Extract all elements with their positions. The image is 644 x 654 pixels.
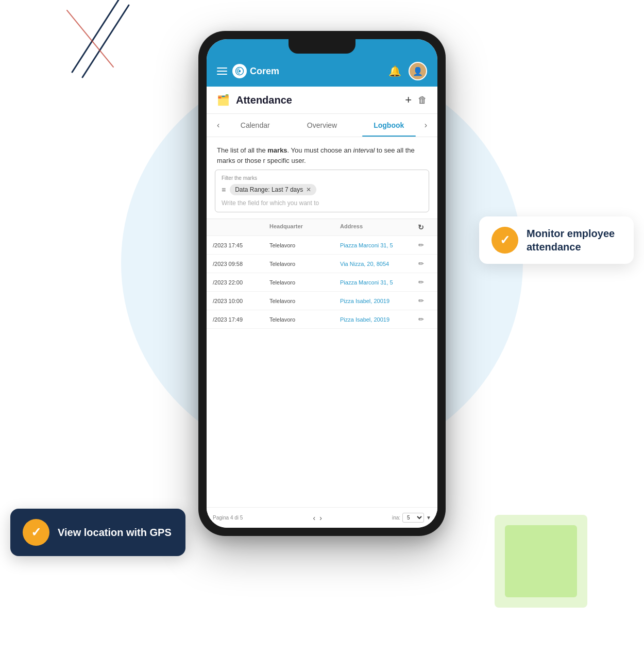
- th-address: Address: [340, 223, 411, 231]
- td-date-5: /2023 17:49: [213, 316, 269, 323]
- prev-page-arrow[interactable]: ‹: [313, 514, 316, 522]
- pagination-bar: Pagina 4 di 5 ‹ › ina: 5 10 25 ▼: [207, 507, 437, 528]
- decorative-green: [489, 510, 592, 613]
- phone-notch: [289, 39, 355, 54]
- td-date-2: /2023 09:58: [213, 261, 269, 267]
- monitor-text-line2: attendance: [527, 240, 615, 254]
- td-date-4: /2023 10:00: [213, 298, 269, 304]
- attendance-icon: 🗂️: [217, 94, 230, 106]
- edit-button-4[interactable]: ✏: [411, 297, 431, 305]
- td-address-5[interactable]: Pizza Isabel, 20019: [340, 316, 411, 323]
- td-hq-3: Telelavoro: [269, 279, 340, 286]
- tab-logbook[interactable]: Logbook: [355, 114, 422, 137]
- td-hq-2: Telelavoro: [269, 261, 340, 267]
- td-hq-5: Telelavoro: [269, 316, 340, 323]
- per-page-select[interactable]: 5 10 25: [402, 513, 424, 523]
- decorative-lines: [41, 0, 144, 93]
- td-address-3[interactable]: Piazza Marconi 31, 5: [340, 279, 411, 286]
- page-arrows: ‹ ›: [313, 514, 322, 522]
- edit-button-1[interactable]: ✏: [411, 241, 431, 249]
- check-icon: ✓: [31, 525, 41, 540]
- tab-prev-arrow[interactable]: ‹: [215, 114, 222, 136]
- app-logo: Corem: [232, 64, 279, 78]
- content-area: The list of all the marks. You must choo…: [207, 137, 437, 528]
- table-header: Headquarter Address ↻: [207, 219, 437, 236]
- phone-screen: Corem 🔔 👤 🗂️ Attendance + 🗑 ‹ Calen: [207, 39, 437, 528]
- table-row: /2023 09:58 Telelavoro Via Nizza, 20, 80…: [207, 255, 437, 273]
- table-row: /2023 17:49 Telelavoro Pizza Isabel, 200…: [207, 310, 437, 329]
- filter-box: Filter the marks ≡ Data Range: Last 7 da…: [215, 170, 429, 212]
- tabs-bar: ‹ Calendar Overview Logbook ›: [207, 114, 437, 137]
- th-date: [213, 223, 269, 231]
- logo-text: Corem: [250, 66, 279, 77]
- filter-label: Filter the marks: [222, 175, 422, 181]
- td-hq-4: Telelavoro: [269, 298, 340, 304]
- svg-line-0: [72, 0, 118, 72]
- filter-row: ≡ Data Range: Last 7 days ✕: [222, 184, 422, 195]
- logo-icon: [232, 64, 247, 78]
- td-address-4[interactable]: Pizza Isabel, 20019: [340, 298, 411, 304]
- bell-icon[interactable]: 🔔: [388, 65, 401, 77]
- edit-button-3[interactable]: ✏: [411, 278, 431, 286]
- filter-placeholder[interactable]: Write the field for which you want to: [222, 199, 422, 207]
- table-section: Headquarter Address ↻ /2023 17:45 Telela…: [207, 219, 437, 507]
- monitor-callout: ✓ Monitor employee attendance: [479, 216, 634, 264]
- gps-callout: ✓ View location with GPS: [10, 509, 185, 556]
- user-avatar[interactable]: 👤: [409, 62, 427, 80]
- monitor-callout-text: Monitor employee attendance: [527, 227, 615, 254]
- table-row: /2023 10:00 Telelavoro Pizza Isabel, 200…: [207, 292, 437, 310]
- tab-calendar[interactable]: Calendar: [222, 114, 289, 137]
- check-icon: ✓: [500, 233, 510, 247]
- svg-point-6: [239, 70, 241, 73]
- header-left: Corem: [217, 64, 279, 78]
- th-headquarter: Headquarter: [269, 223, 340, 231]
- delete-button[interactable]: 🗑: [418, 95, 427, 106]
- td-hq-1: Telelavoro: [269, 242, 340, 248]
- td-address-1[interactable]: Piazza Marconi 31, 5: [340, 242, 411, 248]
- monitor-badge: ✓: [492, 227, 518, 254]
- svg-line-1: [82, 5, 129, 77]
- tab-overview[interactable]: Overview: [289, 114, 355, 137]
- page-title: Attendance: [236, 94, 399, 106]
- refresh-button[interactable]: ↻: [411, 223, 431, 231]
- description-text: The list of all the marks. You must choo…: [207, 137, 437, 170]
- hamburger-icon[interactable]: [217, 68, 227, 75]
- gps-badge: ✓: [23, 519, 49, 546]
- per-page-label: ina:: [392, 515, 400, 521]
- table-row: /2023 17:45 Telelavoro Piazza Marconi 31…: [207, 236, 437, 255]
- header-right: 🔔 👤: [388, 62, 427, 80]
- monitor-text-line1: Monitor employee: [527, 227, 615, 240]
- page-title-bar: 🗂️ Attendance + 🗑: [207, 87, 437, 114]
- td-address-2[interactable]: Via Nizza, 20, 8054: [340, 261, 411, 267]
- table-row: /2023 22:00 Telelavoro Piazza Marconi 31…: [207, 273, 437, 292]
- add-button[interactable]: +: [405, 94, 412, 106]
- chevron-down-icon: ▼: [426, 515, 431, 521]
- gps-callout-text: View location with GPS: [58, 526, 172, 539]
- page-info: Pagina 4 di 5: [213, 515, 243, 521]
- td-date-3: /2023 22:00: [213, 279, 269, 286]
- filter-icon: ≡: [222, 186, 226, 194]
- edit-button-5[interactable]: ✏: [411, 315, 431, 323]
- phone-body: Corem 🔔 👤 🗂️ Attendance + 🗑 ‹ Calen: [198, 31, 446, 536]
- next-page-arrow[interactable]: ›: [319, 514, 322, 522]
- phone-mockup: Corem 🔔 👤 🗂️ Attendance + 🗑 ‹ Calen: [198, 31, 446, 536]
- td-date-1: /2023 17:45: [213, 242, 269, 248]
- filter-chip[interactable]: Data Range: Last 7 days ✕: [230, 184, 316, 195]
- tab-next-arrow[interactable]: ›: [422, 114, 429, 136]
- chip-close-icon[interactable]: ✕: [306, 186, 311, 193]
- per-page-section: ina: 5 10 25 ▼: [392, 513, 431, 523]
- edit-button-2[interactable]: ✏: [411, 260, 431, 267]
- svg-rect-4: [505, 525, 577, 597]
- filter-section: Filter the marks ≡ Data Range: Last 7 da…: [207, 170, 437, 219]
